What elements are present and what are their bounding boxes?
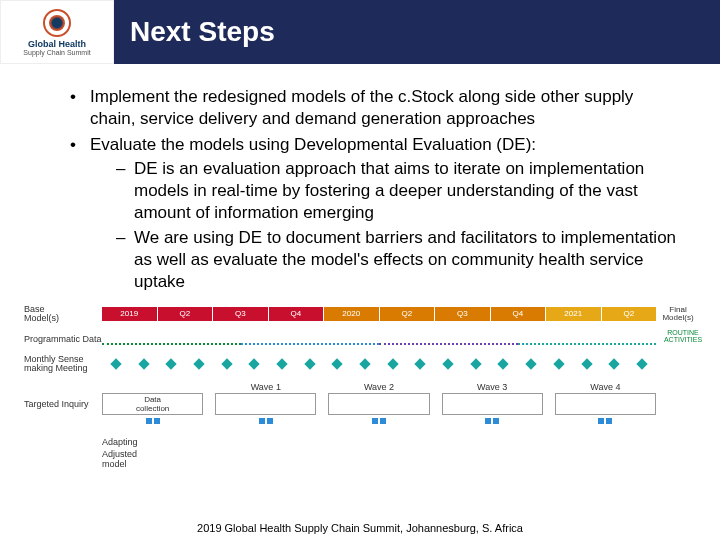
bullet-2b: We are using DE to document barriers and… (116, 227, 680, 293)
row-label-targeted: Targeted Inquiry (24, 400, 102, 409)
bullet-2a: DE is an evaluation approach that aims t… (116, 158, 680, 224)
qtr-cell: Q3 (213, 307, 268, 321)
method-adjusted: Adjusted model (102, 449, 138, 469)
bullet-1: Implement the redesigned models of the c… (70, 86, 680, 130)
timeline-graphic: BaseModel(s) 2019 Q2 Q3 Q4 2020 Q2 Q3 Q4… (24, 305, 700, 477)
wave-box: Wave 4 (555, 393, 656, 415)
endcap-base: BaseModel(s) (24, 305, 102, 323)
endcap-final: FinalModel(s) (656, 306, 700, 322)
row-label-sensemaking: Monthly Sense making Meeting (24, 355, 102, 373)
wave-box: Wave 1 (215, 393, 316, 415)
row-label-programmatic: Programmatic Data (24, 335, 102, 344)
qtr-cell: Q2 (602, 307, 657, 321)
slide-header: Global Health Supply Chain Summit Next S… (0, 0, 720, 64)
bullet-2-text: Evaluate the models using Developmental … (90, 135, 536, 154)
qtr-cell: 2021 (546, 307, 601, 321)
wave-box: Data collection (102, 393, 203, 415)
logo-text-1: Global Health (28, 39, 86, 49)
routine-activities-label: ROUTINE ACTIVITIES (658, 329, 708, 343)
wave-box: Wave 2 (328, 393, 429, 415)
logo-icon (43, 9, 71, 37)
slide-title: Next Steps (130, 16, 275, 48)
logo-text-2: Supply Chain Summit (23, 49, 90, 56)
bullet-2: Evaluate the models using Developmental … (70, 134, 680, 293)
slide-body: Implement the redesigned models of the c… (0, 64, 720, 293)
qtr-cell: Q4 (491, 307, 546, 321)
diamond-markers (102, 359, 656, 369)
method-adapting: Adapting (102, 437, 138, 447)
logo: Global Health Supply Chain Summit (0, 0, 114, 64)
qtr-cell: Q4 (269, 307, 324, 321)
qtr-cell: 2019 (102, 307, 157, 321)
quarter-bar: 2019 Q2 Q3 Q4 2020 Q2 Q3 Q4 2021 Q2 (102, 307, 656, 321)
qtr-cell: Q2 (380, 307, 435, 321)
wave-box: Wave 3 (442, 393, 543, 415)
qtr-cell: 2020 (324, 307, 379, 321)
qtr-cell: Q3 (435, 307, 490, 321)
qtr-cell: Q2 (158, 307, 213, 321)
title-bar: Next Steps (114, 0, 720, 64)
slide-footer: 2019 Global Health Supply Chain Summit, … (0, 522, 720, 534)
